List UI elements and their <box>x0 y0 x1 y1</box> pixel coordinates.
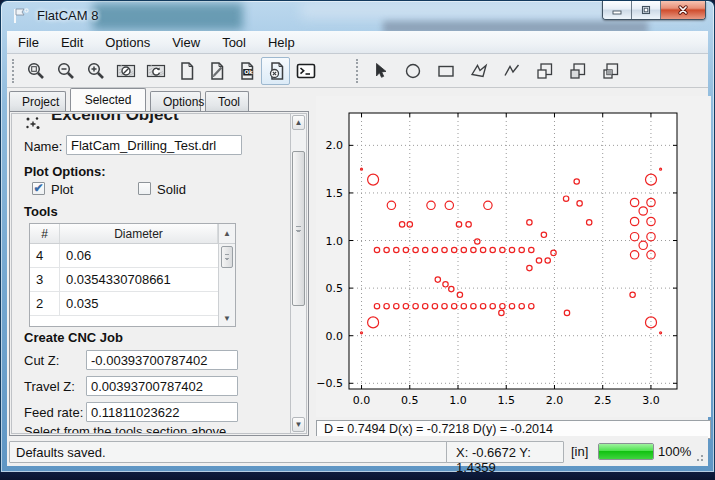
tool-row[interactable]: 30.0354330708661 <box>30 268 235 292</box>
shell-icon <box>296 61 316 81</box>
selected-tab-panel: Excellon Object Name: Plot Options: ✔ Pl… <box>9 111 309 436</box>
clear-plot-button[interactable] <box>111 57 140 85</box>
panel-title: Excellon Object <box>51 113 179 125</box>
shell-button[interactable] <box>291 57 320 85</box>
progress-bar <box>598 443 654 460</box>
x-tick-label: 3.0 <box>642 394 660 407</box>
minimize-button[interactable] <box>603 1 632 19</box>
tools-footer-note: Select from the tools section above <box>24 424 226 434</box>
subtract-tool-button[interactable] <box>563 57 592 85</box>
panel-scrollbar-thumb[interactable] <box>292 151 305 306</box>
cnc-section-label: Create CNC Job <box>24 330 123 345</box>
toolbar-drag-handle[interactable] <box>356 59 362 83</box>
clear-plot-icon <box>116 61 136 81</box>
replot-button[interactable] <box>141 57 170 85</box>
polygon-tool-button[interactable] <box>464 57 493 85</box>
zoom-out-icon <box>56 61 76 81</box>
cut-z-label: Cut Z: <box>24 353 59 368</box>
units-indicator: [in] <box>571 444 588 459</box>
plot-figure[interactable]: 0.00.51.01.52.02.53.0−0.50.00.51.01.52.0 <box>316 96 711 417</box>
geometry-toolbar-group <box>365 57 625 85</box>
tab-tool[interactable]: Tool <box>205 91 249 111</box>
svg-text:Ok: Ok <box>244 69 253 75</box>
circle-tool-icon <box>403 61 423 81</box>
solid-checkbox-label[interactable]: Solid <box>157 182 186 197</box>
flatcam-logo-icon <box>11 6 31 26</box>
y-tick-label: 0.5 <box>326 282 344 295</box>
intersect-tool-icon <box>601 61 621 81</box>
y-tick-label: −0.5 <box>316 377 343 390</box>
union-tool-button[interactable] <box>530 57 559 85</box>
plot-options-label: Plot Options: <box>24 164 106 179</box>
menu-edit[interactable]: Edit <box>50 32 94 53</box>
tool-number[interactable]: 4 <box>30 244 60 267</box>
zoom-fit-button[interactable] <box>21 57 50 85</box>
name-input[interactable] <box>66 135 242 155</box>
panel-scroll-up-arrow[interactable]: ▲ <box>292 115 305 130</box>
plot-checkbox[interactable]: ✔ <box>32 182 45 195</box>
plot-checkbox-label[interactable]: Plot <box>51 182 73 197</box>
tool-row[interactable]: 20.035 <box>30 292 235 316</box>
circle-tool-button[interactable] <box>398 57 427 85</box>
menu-tool[interactable]: Tool <box>211 32 257 53</box>
progress-percent: 100% <box>658 444 691 459</box>
x-tick-label: 0.0 <box>353 394 371 407</box>
ok-file-button[interactable]: Ok <box>231 57 260 85</box>
subtract-tool-icon <box>568 61 588 81</box>
resize-grip[interactable] <box>693 451 705 463</box>
new-file-icon <box>176 61 196 81</box>
zoom-in-button[interactable] <box>81 57 110 85</box>
delete-file-icon <box>266 61 286 81</box>
tools-table-header: # Diameter ▲ <box>30 224 235 244</box>
select-button[interactable] <box>365 57 394 85</box>
menu-file[interactable]: File <box>7 32 50 53</box>
zoom-fit-icon <box>26 61 46 81</box>
feed-rate-input[interactable] <box>86 402 238 422</box>
polyline-tool-button[interactable] <box>497 57 526 85</box>
zoom-out-button[interactable] <box>51 57 80 85</box>
window-title: FlatCAM 8 <box>37 8 98 23</box>
restore-button[interactable] <box>632 1 661 19</box>
column-header-number[interactable]: # <box>30 224 60 243</box>
new-file-button[interactable] <box>171 57 200 85</box>
edit-file-icon <box>206 61 226 81</box>
intersect-tool-button[interactable] <box>596 57 625 85</box>
tool-number[interactable]: 3 <box>30 268 60 291</box>
tool-diameter[interactable]: 0.0354330708661 <box>60 268 235 291</box>
delete-file-button[interactable] <box>261 57 290 85</box>
tabbar: ProjectSelectedOptionsTool <box>9 89 253 111</box>
feed-rate-label: Feed rate: <box>24 405 83 420</box>
menu-options[interactable]: Options <box>94 32 161 53</box>
travel-z-input[interactable] <box>86 376 238 396</box>
desktop-background-strip <box>0 472 715 480</box>
titlebar-glass-reflection <box>383 21 648 31</box>
statusbar: Defaults saved. X: -0.6672 Y: 1.4359 [in… <box>7 436 708 466</box>
menu-help[interactable]: Help <box>257 32 306 53</box>
rectangle-tool-button[interactable] <box>431 57 460 85</box>
toolbar-drag-handle[interactable] <box>12 59 18 83</box>
table-scroll-down-arrow[interactable]: ▼ <box>219 314 235 323</box>
column-header-diameter[interactable]: Diameter <box>60 224 218 243</box>
tab-options[interactable]: Options <box>150 91 201 111</box>
polyline-tool-icon <box>502 61 522 81</box>
titlebar[interactable]: FlatCAM 8 <box>1 1 714 31</box>
tool-diameter[interactable]: 0.06 <box>60 244 235 267</box>
table-scrollbar-thumb[interactable] <box>221 246 233 268</box>
close-button[interactable] <box>661 1 705 19</box>
tab-project[interactable]: Project <box>9 91 66 111</box>
edit-file-button[interactable] <box>201 57 230 85</box>
menubar: FileEditOptionsViewToolHelp <box>7 31 708 54</box>
menu-view[interactable]: View <box>161 32 211 53</box>
tool-number[interactable]: 2 <box>30 292 60 315</box>
tool-diameter[interactable]: 0.035 <box>60 292 235 315</box>
panel-scroll-down-arrow[interactable]: ▼ <box>292 417 305 432</box>
tool-row[interactable]: 40.06 <box>30 244 235 268</box>
panel-scroll-viewport: Excellon Object Name: Plot Options: ✔ Pl… <box>11 113 290 434</box>
solid-checkbox[interactable] <box>138 182 151 195</box>
tab-selected[interactable]: Selected <box>70 88 146 111</box>
table-scroll-up-arrow[interactable]: ▲ <box>218 224 235 243</box>
y-tick-label: 0.0 <box>326 330 344 343</box>
cut-z-input[interactable] <box>86 350 238 370</box>
table-scrollbar[interactable]: ▼ <box>218 244 235 326</box>
panel-scrollbar[interactable]: ▲ ▼ <box>290 113 307 434</box>
